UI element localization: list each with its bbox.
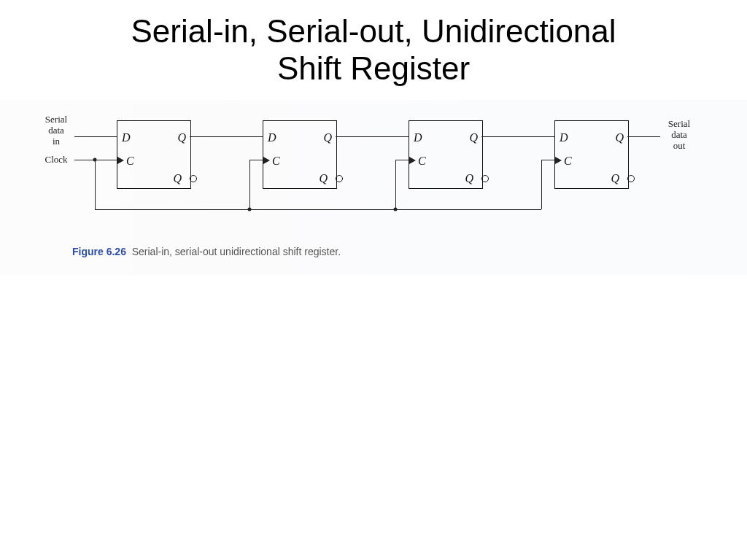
flipflop-3: D Q C Q (409, 120, 483, 189)
ff2-qbar-bubble (336, 175, 343, 182)
clock-l: Clock (44, 154, 67, 165)
title-line-2: Shift Register (277, 50, 470, 86)
ff2-qbar: Q (319, 172, 328, 185)
node-clk-2 (248, 208, 252, 211)
node-clk-3 (394, 208, 398, 211)
serial-in-l1: Serial (45, 114, 67, 125)
serial-out-l1: Serial (668, 118, 690, 129)
wire-q3-d4 (481, 136, 554, 137)
ff3-qbar-bubble (481, 175, 489, 182)
wire-clk-to-ff2 (249, 160, 263, 160)
figure-panel: Serial data in Clock D Q C Q D Q C Q (0, 100, 747, 275)
ff4-c: C (564, 155, 572, 168)
figure-caption-text: Serial-in, serial-out unidirectional shi… (132, 246, 341, 257)
wire-clock-bus (95, 209, 541, 210)
ff2-c: C (272, 155, 280, 168)
ff1-c: C (126, 155, 134, 168)
ff2-q: Q (323, 131, 332, 144)
wire-clk-riser2 (249, 160, 250, 209)
ff4-qbar: Q (611, 172, 619, 185)
wire-clk-riser3 (395, 160, 396, 209)
ff3-clk-tri (409, 157, 416, 164)
ff1-qbar-bubble (190, 175, 197, 182)
serial-data-out-label: Serial data out (662, 119, 696, 152)
flipflop-1: D Q C Q (117, 120, 191, 189)
ff3-qbar: Q (465, 172, 473, 185)
wire-q1-d2 (190, 136, 263, 137)
ff2-d: D (268, 131, 276, 144)
wire-q4-out (627, 136, 660, 137)
ff4-q: Q (615, 131, 624, 144)
page-title: Serial-in, Serial-out, Unidirectional Sh… (0, 13, 747, 87)
figure-caption: Figure 6.26 Serial-in, serial-out unidir… (72, 246, 341, 257)
wire-din (74, 136, 117, 137)
schematic: Serial data in Clock D Q C Q D Q C Q (44, 114, 704, 231)
ff3-q: Q (469, 131, 478, 144)
ff3-c: C (418, 155, 426, 168)
ff1-clk-tri (117, 157, 124, 164)
wire-q2-d3 (336, 136, 409, 137)
flipflop-2: D Q C Q (263, 120, 337, 189)
ff4-qbar-bubble (627, 175, 635, 182)
flipflop-4: D Q C Q (554, 120, 629, 189)
wire-clk-to-ff4 (541, 160, 554, 160)
node-clk-in (93, 158, 97, 162)
ff1-q: Q (177, 131, 186, 144)
ff1-qbar: Q (173, 172, 182, 185)
serial-out-l3: out (673, 140, 686, 151)
ff1-d: D (122, 131, 131, 144)
clock-label: Clock (39, 155, 73, 166)
ff4-d: D (560, 131, 568, 144)
serial-in-l2: data (48, 125, 64, 136)
wire-clk-drop0 (95, 160, 96, 209)
serial-data-in-label: Serial data in (39, 114, 73, 147)
serial-out-l2: data (671, 129, 687, 140)
ff4-clk-tri (555, 157, 562, 164)
title-line-1: Serial-in, Serial-out, Unidirectional (131, 13, 616, 49)
wire-clk-riser4 (541, 160, 542, 209)
serial-in-l3: in (53, 136, 60, 147)
ff3-d: D (414, 131, 422, 144)
wire-clk-to-ff3 (395, 160, 409, 160)
ff2-clk-tri (263, 157, 270, 164)
figure-number: Figure 6.26 (72, 246, 126, 257)
